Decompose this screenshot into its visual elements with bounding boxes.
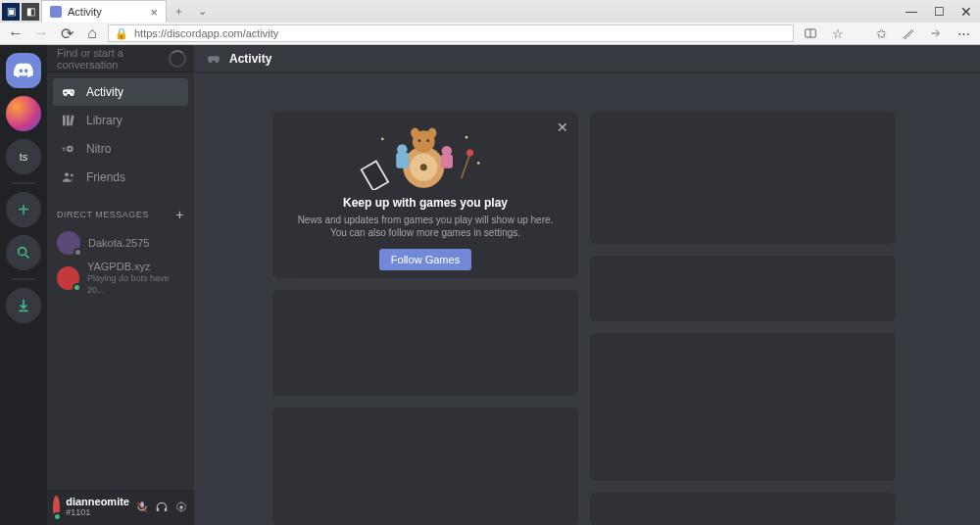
svg-point-25: [411, 128, 419, 139]
svg-rect-6: [70, 116, 74, 126]
more-button[interactable]: ⋯: [953, 23, 974, 44]
explore-button[interactable]: [6, 235, 41, 270]
nav-library[interactable]: Library: [53, 107, 188, 134]
share-button[interactable]: [925, 23, 947, 44]
svg-rect-9: [62, 148, 65, 149]
nav-home-button[interactable]: ⌂: [82, 24, 102, 43]
taskbar-app-icon-2[interactable]: ◧: [22, 3, 39, 21]
window-maximize-button[interactable]: ☐: [925, 0, 953, 23]
friends-icon: [61, 169, 76, 185]
reading-view-button[interactable]: [800, 23, 821, 44]
discord-favicon-icon: [50, 6, 62, 18]
main-header-title: Activity: [229, 52, 271, 66]
server-button-ts[interactable]: ts: [6, 139, 41, 174]
svg-rect-27: [396, 153, 409, 168]
tab-close-icon[interactable]: ×: [150, 5, 158, 20]
dm-item[interactable]: Dakota.2575: [53, 226, 188, 260]
svg-point-2: [19, 248, 26, 256]
svg-rect-5: [67, 116, 70, 126]
avatar: [57, 266, 79, 290]
taskbar-app-icon[interactable]: ▣: [2, 3, 20, 21]
svg-point-32: [466, 149, 473, 156]
nav-activity[interactable]: Activity: [53, 78, 188, 106]
placeholder-card: [590, 256, 896, 321]
main-header: Activity: [194, 45, 980, 72]
new-dm-button[interactable]: +: [175, 207, 184, 222]
svg-rect-15: [165, 508, 167, 512]
nav-label: Library: [86, 114, 122, 127]
svg-line-3: [25, 255, 28, 258]
tab-title: Activity: [68, 6, 144, 18]
library-icon: [61, 113, 76, 128]
user-settings-button[interactable]: [174, 499, 188, 516]
placeholder-card: [272, 290, 578, 396]
placeholder-card: [272, 407, 578, 525]
user-panel: dianneomite #1101: [47, 490, 194, 525]
server-separator: [12, 278, 35, 280]
server-button[interactable]: [6, 96, 41, 131]
nav-label: Friends: [86, 170, 125, 184]
dm-header: DIRECT MESSAGES +: [47, 197, 194, 226]
nitro-icon: [61, 141, 76, 157]
svg-point-8: [69, 148, 72, 151]
quick-switcher-placeholder: Find or start a conversation: [57, 47, 184, 71]
window-titlebar: ▣ ◧ Activity × ＋ ⌄ — ☐ ✕: [0, 0, 980, 23]
hero-desc: News and updates from games you play wil…: [282, 214, 568, 239]
card-close-button[interactable]: ✕: [557, 119, 568, 135]
window-minimize-button[interactable]: —: [898, 0, 925, 23]
placeholder-card: [590, 333, 896, 481]
new-tab-button[interactable]: ＋: [167, 0, 190, 23]
window-close-button[interactable]: ✕: [953, 0, 980, 23]
server-separator: [12, 182, 35, 184]
svg-rect-10: [63, 150, 66, 151]
self-username: dianneomite: [66, 497, 129, 507]
follow-games-button[interactable]: Follow Games: [379, 249, 471, 270]
nav-friends[interactable]: Friends: [53, 164, 188, 191]
svg-rect-14: [157, 508, 159, 512]
loading-ring-icon: [169, 50, 186, 68]
follow-games-card: ✕: [272, 112, 578, 278]
nav-nitro[interactable]: Nitro: [53, 135, 188, 163]
svg-point-16: [179, 505, 183, 509]
tab-overflow-button[interactable]: ⌄: [190, 0, 214, 23]
avatar: [57, 231, 80, 255]
svg-point-11: [65, 172, 69, 176]
nav-label: Activity: [86, 85, 123, 99]
svg-point-34: [466, 136, 468, 139]
svg-point-28: [397, 144, 408, 155]
nav-label: Nitro: [86, 142, 111, 156]
placeholder-card: [590, 112, 896, 244]
home-button[interactable]: [6, 53, 41, 88]
self-discriminator: #1101: [66, 507, 129, 518]
download-app-button[interactable]: [6, 288, 41, 323]
nav-refresh-button[interactable]: ⟳: [57, 24, 76, 43]
placeholder-card: [590, 493, 896, 525]
svg-point-23: [418, 139, 421, 142]
dm-item[interactable]: YAGPDB.xyz Playing do bots have 20...: [53, 262, 188, 295]
mute-mic-button[interactable]: [135, 499, 149, 516]
svg-point-21: [420, 164, 427, 170]
quick-switcher[interactable]: Find or start a conversation: [47, 45, 194, 72]
svg-point-30: [442, 146, 453, 157]
notes-button[interactable]: [898, 23, 919, 44]
favorite-star-button[interactable]: ☆: [827, 23, 849, 44]
svg-point-26: [428, 128, 437, 139]
address-bar[interactable]: 🔒 https://discordapp.com/activity: [108, 24, 794, 42]
svg-rect-4: [63, 116, 66, 126]
svg-point-35: [477, 162, 480, 165]
deafen-button[interactable]: [155, 499, 169, 516]
add-server-button[interactable]: +: [6, 192, 41, 227]
browser-tab[interactable]: Activity ×: [41, 0, 167, 23]
channel-sidebar: Find or start a conversation Activity Li…: [47, 45, 194, 525]
url-text: https://discordapp.com/activity: [134, 27, 278, 39]
svg-point-24: [426, 139, 429, 142]
self-avatar[interactable]: [53, 496, 60, 519]
nav-back-button[interactable]: ←: [6, 24, 25, 43]
main-column: Activity ✕: [194, 45, 980, 525]
gamepad-icon: [206, 51, 221, 67]
favorites-button[interactable]: ✩: [870, 23, 892, 44]
dm-name: Dakota.2575: [88, 237, 149, 249]
nav-forward-button[interactable]: →: [31, 24, 51, 43]
gamepad-icon: [61, 84, 76, 100]
svg-point-12: [71, 174, 74, 177]
